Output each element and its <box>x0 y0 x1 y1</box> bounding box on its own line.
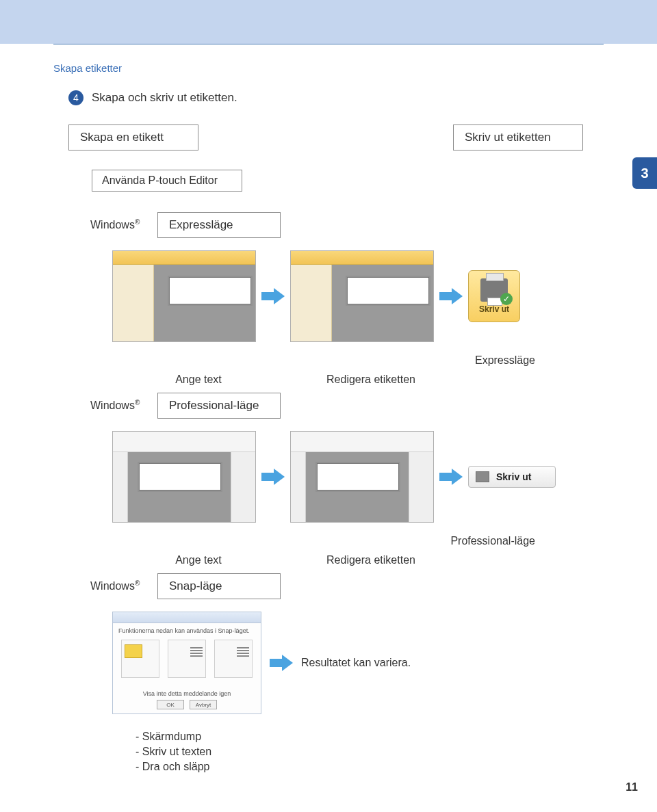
printer-icon <box>476 471 489 482</box>
step-number-badge: 4 <box>68 90 83 105</box>
thumbnail-pro-enter-text <box>112 431 256 523</box>
print-button-express-label: Skriv ut <box>479 304 509 314</box>
dialog-titlebar <box>113 612 261 623</box>
check-icon: ✓ <box>500 293 513 305</box>
caption-edit-label-2: Redigera etiketten <box>285 554 457 566</box>
thumbnail-pro-edit <box>290 431 434 523</box>
print-button-pro[interactable]: Skriv ut <box>468 466 556 488</box>
dialog-dont-show-checkbox[interactable]: Visa inte detta meddelande igen <box>143 690 231 697</box>
box-snap-mode: Snap-läge <box>157 573 281 599</box>
os-label-windows-2: Windows® <box>90 399 156 412</box>
top-band <box>0 0 657 44</box>
box-professional-mode: Professional-läge <box>157 393 281 419</box>
print-button-express[interactable]: ✓ Skriv ut <box>468 270 520 322</box>
arrow-right-icon <box>270 655 293 671</box>
thumbnail-express-enter-text <box>112 250 256 342</box>
bullet-3: - Dra och släpp <box>136 761 604 773</box>
box-print-label: Skriv ut etiketten <box>453 125 583 150</box>
box-create-label: Skapa en etikett <box>68 125 198 150</box>
arrow-right-icon <box>261 469 285 485</box>
snap-option-3[interactable] <box>214 640 253 678</box>
dialog-ok-button[interactable]: OK <box>157 700 184 709</box>
thumbnail-express-edit <box>290 250 434 342</box>
arrow-right-icon <box>439 288 463 304</box>
os-label-windows-1: Windows® <box>90 218 156 231</box>
snap-option-1[interactable] <box>121 640 159 678</box>
box-express-mode: Expressläge <box>157 212 281 238</box>
box-use-editor: Använda P-touch Editor <box>92 170 242 192</box>
caption-express-mode: Expressläge <box>53 354 535 367</box>
page-number: 11 <box>626 781 638 794</box>
snap-option-2[interactable] <box>168 640 206 678</box>
snap-result-text: Resultatet kan variera. <box>301 657 411 669</box>
caption-edit-label-1: Redigera etiketten <box>285 374 457 386</box>
dialog-hint: Funktionerna nedan kan användas i Snap-l… <box>113 623 261 638</box>
caption-professional-mode: Professional-läge <box>53 535 535 547</box>
step-text: Skapa och skriv ut etiketten. <box>92 91 237 105</box>
bullet-1: - Skärmdump <box>136 731 604 743</box>
os-label-windows-3: Windows® <box>90 579 156 592</box>
dialog-cancel-button[interactable]: Avbryt <box>190 700 217 709</box>
arrow-right-icon <box>261 288 285 304</box>
snap-dialog: Funktionerna nedan kan användas i Snap-l… <box>112 612 261 714</box>
section-title: Skapa etiketter <box>53 62 604 74</box>
arrow-right-icon <box>439 469 463 485</box>
caption-enter-text-2: Ange text <box>112 554 285 566</box>
caption-enter-text-1: Ange text <box>112 374 285 386</box>
bullet-2: - Skriv ut texten <box>136 746 604 758</box>
print-button-pro-label: Skriv ut <box>496 471 531 482</box>
bullet-list: - Skärmdump - Skriv ut texten - Dra och … <box>136 731 604 773</box>
